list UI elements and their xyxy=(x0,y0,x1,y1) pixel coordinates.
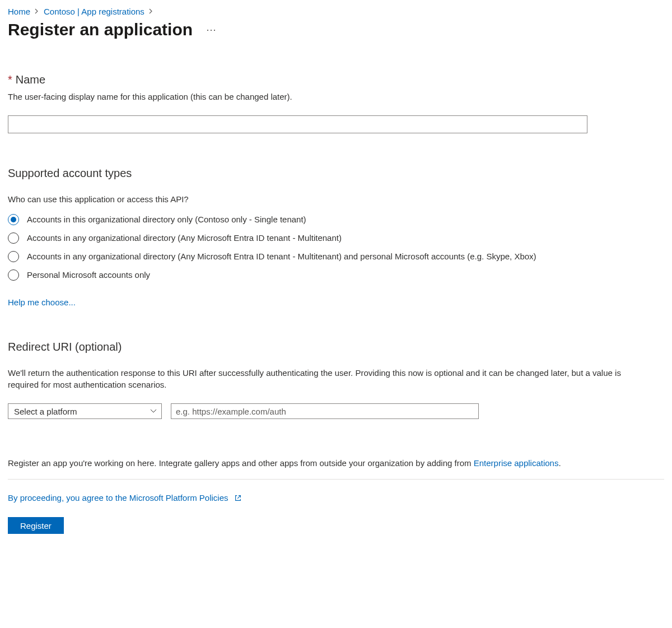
radio-icon xyxy=(8,269,19,281)
more-actions-button[interactable]: ⋯ xyxy=(206,24,217,36)
chevron-down-icon xyxy=(150,409,157,413)
enterprise-note: Register an app you're working on here. … xyxy=(8,458,657,468)
account-types-heading: Supported account types xyxy=(8,167,641,180)
radio-icon xyxy=(8,251,19,262)
account-types-prompt: Who can use this application or access t… xyxy=(8,193,641,206)
account-type-option-personal-only[interactable]: Personal Microsoft accounts only xyxy=(8,269,641,281)
breadcrumb: Home Contoso | App registrations xyxy=(8,7,664,16)
name-label: *Name xyxy=(8,73,641,86)
name-section: *Name The user-facing display name for t… xyxy=(8,73,641,133)
redirect-uri-input[interactable] xyxy=(171,403,479,419)
policy-line: By proceeding, you agree to the Microsof… xyxy=(8,493,664,503)
platform-select[interactable]: Select a platform xyxy=(8,403,162,419)
account-type-option-single-tenant[interactable]: Accounts in this organizational director… xyxy=(8,213,641,225)
account-type-option-multitenant-personal[interactable]: Accounts in any organizational directory… xyxy=(8,250,641,262)
breadcrumb-parent[interactable]: Contoso | App registrations xyxy=(44,7,144,16)
account-types-section: Supported account types Who can use this… xyxy=(8,167,641,307)
account-types-radio-group: Accounts in this organizational director… xyxy=(8,213,641,281)
chevron-right-icon xyxy=(149,8,153,16)
redirect-uri-help: We'll return the authentication response… xyxy=(8,367,641,392)
external-link-icon xyxy=(234,494,242,502)
page-title: Register an application xyxy=(8,20,193,40)
breadcrumb-home[interactable]: Home xyxy=(8,7,30,16)
radio-label: Personal Microsoft accounts only xyxy=(27,269,150,281)
help-me-choose-link[interactable]: Help me choose... xyxy=(8,297,76,307)
name-input[interactable] xyxy=(8,115,587,133)
name-help: The user-facing display name for this ap… xyxy=(8,91,641,103)
account-type-option-multitenant[interactable]: Accounts in any organizational directory… xyxy=(8,232,641,244)
platform-policies-link[interactable]: By proceeding, you agree to the Microsof… xyxy=(8,493,242,503)
register-button[interactable]: Register xyxy=(8,517,64,534)
required-asterisk: * xyxy=(8,73,12,86)
redirect-uri-section: Redirect URI (optional) We'll return the… xyxy=(8,341,641,420)
radio-icon xyxy=(8,232,19,244)
radio-label: Accounts in this organizational director… xyxy=(27,213,306,225)
divider xyxy=(8,479,664,480)
enterprise-applications-link[interactable]: Enterprise applications xyxy=(474,458,559,468)
redirect-uri-heading: Redirect URI (optional) xyxy=(8,341,641,353)
radio-icon xyxy=(8,214,19,225)
platform-select-value: Select a platform xyxy=(14,407,77,416)
chevron-right-icon xyxy=(35,8,39,16)
radio-label: Accounts in any organizational directory… xyxy=(27,232,342,244)
radio-label: Accounts in any organizational directory… xyxy=(27,250,536,262)
